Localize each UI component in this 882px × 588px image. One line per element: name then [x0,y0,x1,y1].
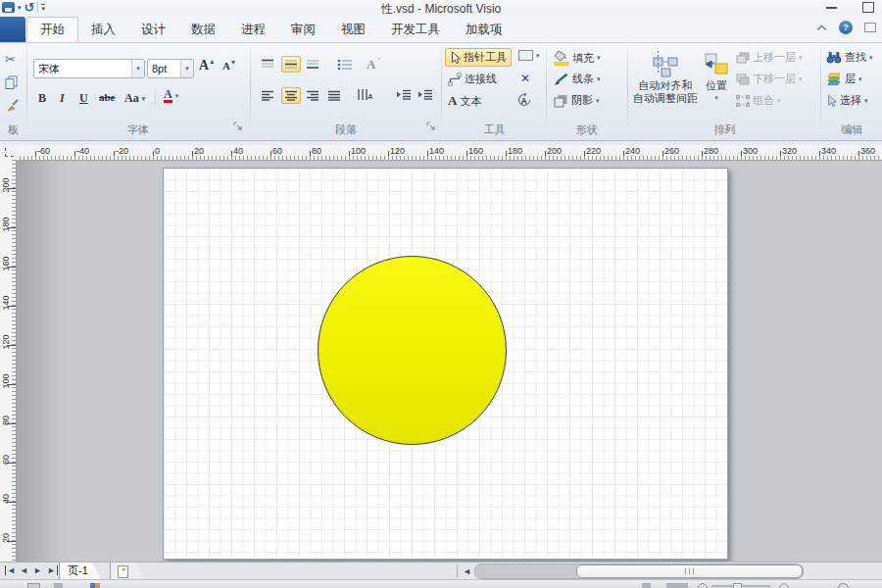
tab-data[interactable]: 数据 [178,17,228,42]
shrink-font-button[interactable]: A▾ [221,59,236,73]
group-separator [250,46,251,135]
vruler-label: 180 [1,213,11,236]
window-box-icon[interactable] [864,23,876,32]
edit-group-label: 编辑 [822,122,882,137]
auto-align-space-button[interactable]: 自动对齐和 自动调整间距 [631,46,700,124]
fill-button[interactable]: 填充▾ [553,49,602,67]
group-separator [627,46,628,135]
tabbar-splitter[interactable] [457,564,458,578]
ruler-corner [0,145,21,161]
hruler-label: 360 [860,146,875,156]
cut-icon[interactable]: ✂ [4,51,17,68]
page-tab-1[interactable]: 页-1 [59,563,101,580]
font-name-dropdown-icon[interactable]: ▾ [131,60,144,77]
increase-indent-button[interactable] [416,88,434,101]
collapse-ribbon-icon[interactable] [816,24,827,31]
text-direction-button[interactable]: A [356,87,373,102]
font-size-dropdown-icon[interactable]: ▾ [180,60,193,77]
copy-icon[interactable] [4,74,21,90]
strikethrough-button[interactable]: abe [98,90,117,104]
last-page-icon[interactable]: ► [47,565,58,575]
tab-addins[interactable]: 加载项 [453,17,515,42]
hruler-label: -40 [76,146,89,156]
connection-point-tool-icon[interactable]: ✕ [519,71,531,86]
horizontal-ruler[interactable]: -60-40-200204060801001201401601802002202… [20,145,882,161]
maximize-icon[interactable] [862,2,874,13]
decrease-indent-button[interactable] [395,88,413,101]
canvas-ellipse[interactable] [318,256,507,445]
hruler-label: 100 [351,146,366,156]
select-button[interactable]: 选择▾ [825,92,869,109]
vruler-label: 100 [1,369,11,393]
clipboard-group-label: 板 [0,122,26,137]
tab-developer[interactable]: 开发工具 [378,17,453,42]
align-center-button[interactable] [281,87,301,104]
rectangle-tool-button[interactable]: ▾ [517,49,541,62]
pointer-tool-button[interactable]: 指针工具 [445,48,512,67]
scroll-left-icon[interactable]: ◄ [463,566,471,576]
align-bottom-button[interactable] [305,58,320,71]
text-rotate-button[interactable]: A˚ [366,56,381,74]
format-painter-icon[interactable] [5,98,21,113]
shadow-button[interactable]: 阴影▾ [553,92,601,109]
previous-page-icon[interactable]: ◄ [20,565,28,575]
align-top-button[interactable] [260,58,275,71]
horizontal-scrollbar-thumb[interactable] [576,564,803,578]
first-page-icon[interactable]: ◄ [5,565,16,575]
align-left-button[interactable] [260,89,275,102]
tab-review[interactable]: 审阅 [278,17,328,42]
group-font: 宋体 ▾ 8pt ▾ A▴ A▾ B I U abe Aa▾ A▾ [27,43,249,138]
tab-design[interactable]: 设计 [128,17,178,42]
tab-insert[interactable]: 插入 [78,17,128,42]
text-tool-button[interactable]: A 文本 [445,92,484,110]
bring-forward-button[interactable]: 上移一层▾ [735,49,804,66]
group-clipboard: ✂ 板 [0,43,26,138]
italic-button[interactable]: I [59,90,66,107]
font-color-button[interactable]: A▾ [163,88,179,104]
bullets-button[interactable] [336,58,354,72]
window-controls [826,2,874,13]
connector-tool-button[interactable]: 连接线 [445,71,500,87]
position-button[interactable]: 位置 ▾ [700,46,733,124]
send-backward-button[interactable]: 下移一层▾ [735,71,804,87]
next-page-icon[interactable]: ► [33,565,42,575]
change-case-button[interactable]: Aa▾ [123,90,146,107]
status-fragment [27,583,40,588]
small-separator [155,86,156,110]
justify-button[interactable] [326,89,342,102]
paragraph-dialog-launcher-icon[interactable] [426,122,436,131]
tools-group-label: 工具 [443,122,546,137]
hruler-label: 260 [664,146,679,156]
font-dialog-launcher-icon[interactable] [233,122,243,131]
insert-page-tab[interactable]: ✦ [110,563,145,580]
group-button[interactable]: 组合▾ [735,92,782,109]
align-middle-button[interactable] [281,56,301,73]
bold-button[interactable]: B [37,90,47,107]
drawing-page[interactable] [163,168,728,560]
vruler-label: 40 [1,487,11,511]
help-icon[interactable]: ? [839,21,853,34]
font-name-combo[interactable]: 宋体 ▾ [33,59,145,78]
underline-button[interactable]: U [78,90,89,107]
find-button[interactable]: 查找▾ [825,49,874,66]
status-fragment [666,583,688,588]
hruler-label: 80 [312,146,321,156]
scrollbar-grip-icon [685,568,694,574]
file-tab[interactable] [0,17,25,42]
group-separator [441,46,442,135]
tab-home[interactable]: 开始 [26,17,78,42]
align-right-button[interactable] [305,89,320,102]
layers-button[interactable]: 层▾ [825,71,863,87]
font-name-value: 宋体 [34,62,131,76]
grow-font-button[interactable]: A▴ [198,57,215,74]
minimize-icon[interactable] [826,7,837,9]
text-block-tool-icon[interactable]: A [515,91,533,109]
tab-view[interactable]: 视图 [328,17,378,42]
vruler-label: 80 [1,409,11,432]
font-size-combo[interactable]: 8pt ▾ [147,59,194,78]
line-button[interactable]: 线条▾ [553,71,602,87]
tab-process[interactable]: 进程 [228,17,278,42]
horizontal-scrollbar[interactable] [474,564,804,579]
vertical-ruler[interactable]: 20018016014012010080604020 [0,160,17,562]
hruler-label: 20 [194,146,204,156]
